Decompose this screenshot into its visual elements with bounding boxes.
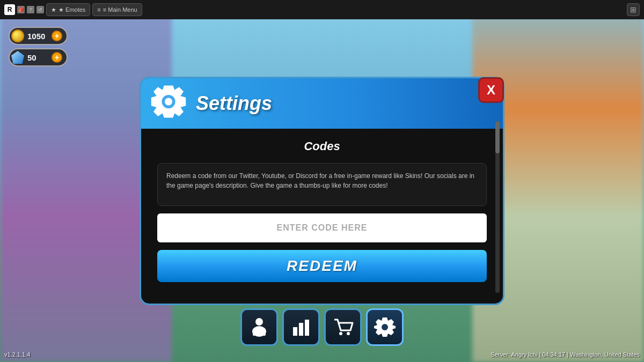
top-bar: R 🎒 ? ↺ ★ ★ Emotes ≡ ≡ Main Menu ⊞ bbox=[0, 0, 644, 19]
settings-header: Settings X bbox=[141, 78, 503, 129]
modal-overlay: Settings X Codes Redeem a code from our … bbox=[0, 19, 644, 362]
roblox-icon: R bbox=[4, 4, 15, 15]
settings-modal: Settings X Codes Redeem a code from our … bbox=[140, 77, 504, 305]
close-icon: X bbox=[487, 83, 495, 98]
main-menu-button[interactable]: ≡ ≡ Main Menu bbox=[92, 3, 142, 16]
scrollbar-thumb bbox=[495, 121, 500, 153]
redeem-label: REDEEM bbox=[287, 257, 357, 274]
code-input[interactable] bbox=[157, 213, 487, 242]
settings-content: Codes Redeem a code from our Twitter, Yo… bbox=[141, 129, 503, 293]
menu-icon: ≡ bbox=[97, 6, 100, 13]
gear-icon bbox=[150, 85, 187, 122]
help-button[interactable]: ? bbox=[27, 6, 34, 13]
svg-point-2 bbox=[165, 98, 172, 105]
modal-scrollbar[interactable] bbox=[495, 121, 500, 293]
codes-title: Codes bbox=[304, 139, 340, 153]
emotes-label: ★ Emotes bbox=[58, 6, 85, 13]
codes-description: Redeem a code from our Twitter, Youtube,… bbox=[157, 163, 487, 206]
undo-button[interactable]: ↺ bbox=[36, 6, 44, 13]
main-menu-label: ≡ Main Menu bbox=[103, 6, 137, 13]
redeem-button[interactable]: REDEEM bbox=[157, 250, 487, 282]
close-button[interactable]: X bbox=[478, 77, 504, 103]
backpack-button[interactable]: 🎒 bbox=[17, 6, 25, 13]
gear-icon-wrapper bbox=[150, 85, 187, 122]
emotes-icon: ★ bbox=[51, 6, 56, 13]
modal-title: Settings bbox=[196, 92, 272, 115]
emotes-button[interactable]: ★ ★ Emotes bbox=[46, 3, 90, 16]
topbar-settings-button[interactable]: ⊞ bbox=[627, 3, 640, 16]
